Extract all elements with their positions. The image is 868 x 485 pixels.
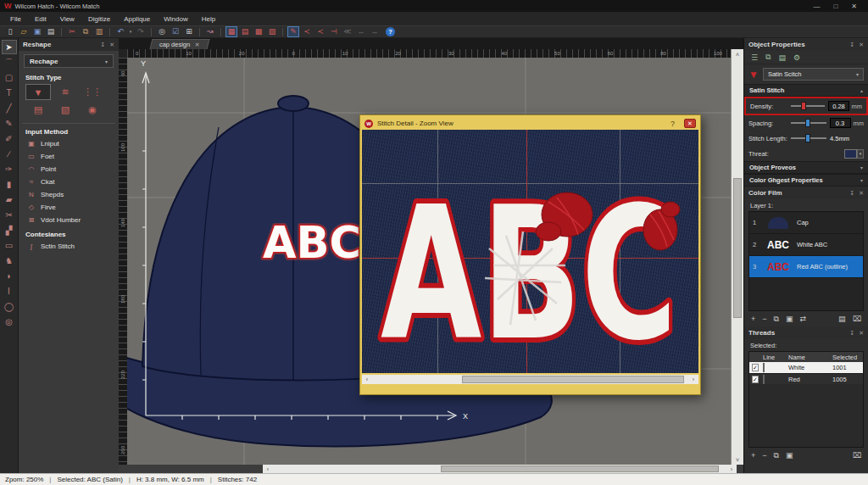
print-icon[interactable]: ▤ <box>45 26 57 37</box>
scroll-left-icon[interactable]: ‹ <box>263 465 273 473</box>
stitch-view-outline-icon[interactable]: ▨ <box>266 26 278 37</box>
delete-layer-icon[interactable]: ⌧ <box>853 315 861 323</box>
input-method-item[interactable]: ◠ Point <box>19 163 119 176</box>
close-button[interactable]: ✕ <box>851 3 857 10</box>
reorder-layer-icon[interactable]: ⇄ <box>799 315 806 323</box>
canvas-vertical-scrollbar[interactable]: ˄ ˅ <box>731 49 743 465</box>
undo-icon[interactable]: ↶ <box>114 26 126 37</box>
input-method-item[interactable]: ⊠ Vdot Humber <box>19 214 119 226</box>
sculpture-stitch-icon[interactable]: ◉ <box>80 102 105 118</box>
pin-icon[interactable]: ↧ <box>849 42 854 48</box>
menu-digitize[interactable]: Digitize <box>81 15 117 23</box>
pencil-tool-icon[interactable]: ✐ <box>2 131 17 146</box>
grid-view-icon[interactable]: ⊞ <box>183 26 195 37</box>
density-value[interactable]: 0.28 <box>828 101 849 111</box>
back-start-icon[interactable]: ≺ <box>301 26 313 37</box>
menu-file[interactable]: File <box>3 15 28 23</box>
pin-icon[interactable]: ↧ <box>100 42 105 48</box>
chevron-down-icon[interactable]: ▾ <box>857 149 864 159</box>
copy-thread-icon[interactable]: ⧉ <box>774 451 779 460</box>
close-icon[interactable]: ✕ <box>859 190 864 197</box>
menu-window[interactable]: Window <box>157 15 194 23</box>
zigzag-stitch-icon[interactable]: ≋ <box>53 84 78 100</box>
tatami-stitch-icon[interactable]: ▤ <box>25 102 51 118</box>
duplicate-layer-icon[interactable]: ⧉ <box>774 315 779 324</box>
menu-view[interactable]: View <box>53 15 81 23</box>
thread-color-swatch[interactable] <box>844 149 857 159</box>
thread-row-red[interactable]: ✓ Red 1005 <box>749 373 863 384</box>
cut-icon[interactable]: ✂ <box>66 26 78 37</box>
remove-layer-icon[interactable]: − <box>762 315 766 323</box>
thread-row-white[interactable]: ✓ White 1001 <box>749 362 863 373</box>
menu-edit[interactable]: Edit <box>28 15 53 23</box>
text-tool-icon[interactable]: T <box>2 86 17 100</box>
pen-tool-icon[interactable]: ✎ <box>2 116 17 131</box>
scroll-right-icon[interactable]: › <box>726 465 737 473</box>
back-end-icon[interactable]: ≺ <box>314 26 326 37</box>
save-file-icon[interactable]: ▣ <box>31 26 43 37</box>
close-icon[interactable]: ✕ <box>859 42 864 48</box>
horizontal-scroll-thumb[interactable] <box>441 465 719 472</box>
layer-row-red-abc[interactable]: 3 ABC Red ABC (outline) <box>749 256 863 278</box>
close-icon[interactable]: ✕ <box>109 42 114 48</box>
close-icon[interactable]: ✕ <box>859 330 864 337</box>
jump-stitch-icon[interactable]: ≪ <box>342 26 353 37</box>
satin-stitch-section[interactable]: Satin Stitch ▴ <box>744 84 868 97</box>
maximize-button[interactable]: □ <box>833 3 837 10</box>
reshape-tool-icon[interactable]: ✎ <box>287 26 299 37</box>
checkbox[interactable]: ✓ <box>752 364 759 371</box>
satin-stitch-item[interactable]: ʃ Sctin Stitch <box>19 240 119 253</box>
menu-help[interactable]: Help <box>195 15 222 23</box>
motif-tool-icon[interactable]: ♞ <box>2 254 17 268</box>
stitch-view-design-icon[interactable]: ▦ <box>225 26 237 37</box>
scroll-down-icon[interactable]: ˅ <box>732 454 743 465</box>
paste-thread-icon[interactable]: ▣ <box>786 451 793 460</box>
export-layer-icon[interactable]: ▤ <box>838 315 846 323</box>
copy-properties-icon[interactable]: ⧉ <box>765 53 771 62</box>
spacing-slider[interactable] <box>791 119 826 127</box>
stitch-detail-viewport[interactable]: ABC <box>362 130 698 373</box>
vertical-scroll-thumb[interactable] <box>733 178 742 318</box>
paste-icon[interactable]: ▥ <box>93 26 105 37</box>
input-method-item[interactable]: ◇ Firve <box>19 201 119 214</box>
redo-icon[interactable]: ↷ <box>135 26 147 37</box>
e-stitch-icon[interactable]: ⋮⋮ <box>80 84 105 100</box>
motif-stitch-icon[interactable]: ▧ <box>53 102 78 118</box>
remove-thread-icon[interactable]: − <box>762 451 766 460</box>
pin-icon[interactable]: ↧ <box>849 190 854 197</box>
measure-start-icon[interactable]: ↔ <box>355 26 367 37</box>
spacing-slider-handle[interactable] <box>805 119 810 127</box>
stitch-view-fill-icon[interactable]: ▩ <box>253 26 264 37</box>
input-method-item[interactable]: ▣ Lniput <box>19 137 119 150</box>
brush-tool-icon[interactable]: ✑ <box>2 162 17 176</box>
color-properties-section[interactable]: Color Ghgest Properties ▾ <box>744 174 868 187</box>
zoom-window-scrollbar[interactable]: ‹ › <box>362 375 698 384</box>
select-tool-icon[interactable]: ➤ <box>2 40 17 54</box>
paste-properties-icon[interactable]: ▤ <box>779 53 787 62</box>
spacing-value[interactable]: 0.3 <box>830 118 851 128</box>
settings-gear-icon[interactable]: ⚙ <box>793 53 800 62</box>
circle-tool-icon[interactable]: ◯ <box>2 299 17 314</box>
satin-stitch-icon[interactable]: ▼ <box>25 84 51 100</box>
menu-applique[interactable]: Applique <box>117 15 157 23</box>
scroll-right-icon[interactable]: › <box>688 375 698 383</box>
object-previews-section[interactable]: Object Proveos ▾ <box>744 161 868 174</box>
stitch-length-slider[interactable] <box>791 134 826 142</box>
new-file-icon[interactable]: ▯ <box>4 26 16 37</box>
density-slider-handle[interactable] <box>801 102 806 110</box>
zoom-scroll-thumb[interactable] <box>462 376 684 383</box>
stitch-player-icon[interactable]: ↝ <box>204 26 216 37</box>
lettering-tool-icon[interactable]: I <box>2 284 17 298</box>
line-tool-icon[interactable]: ╱ <box>2 101 17 115</box>
measure-end-icon[interactable]: ↔ <box>369 26 381 37</box>
scissors-tool-icon[interactable]: ✂ <box>2 208 17 222</box>
copy-icon[interactable]: ⧉ <box>80 26 92 37</box>
stitch-view-artistic-icon[interactable]: ▤ <box>239 26 251 37</box>
add-thread-icon[interactable]: + <box>751 451 755 460</box>
polygon-select-icon[interactable]: ▢ <box>2 70 17 85</box>
minimize-button[interactable]: — <box>813 3 820 10</box>
open-file-icon[interactable]: ▱ <box>18 26 30 37</box>
fill-tool-icon[interactable]: ▰ <box>2 192 17 207</box>
tab-close-icon[interactable]: ✕ <box>195 42 200 48</box>
input-method-item[interactable]: ≈ Ckat <box>19 176 119 188</box>
